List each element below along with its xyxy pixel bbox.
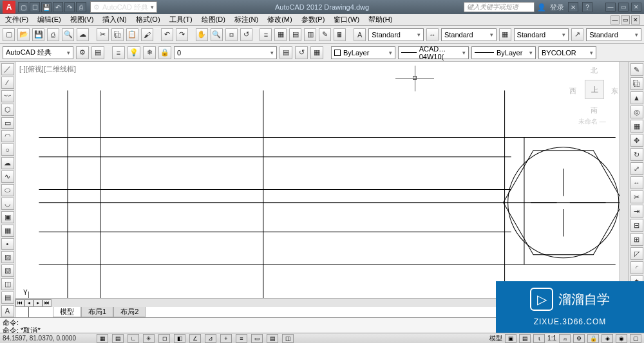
help-icon[interactable]: ? [582,2,592,12]
zoom-prev-icon[interactable]: ↺ [240,28,252,41]
menu-help[interactable]: 帮助(H) [368,15,392,24]
ellipse-icon[interactable]: ⬭ [1,184,14,196]
tab-first-icon[interactable]: ⏮ [15,299,24,307]
viewcube[interactable]: 北 南 西 东 上 未命名 — [568,66,620,130]
workspace-dropdown[interactable]: AutoCAD 经典▾ [3,46,73,59]
workspace-selector-title[interactable]: ⚙ AutoCAD 经典 ▾ [90,1,157,13]
zoom-realtime-icon[interactable]: 🔍 [211,28,223,41]
revcloud-icon[interactable]: ☁ [1,157,14,169]
cut-icon[interactable]: ✂ [97,28,109,41]
menu-tools[interactable]: 工具(T) [169,15,193,24]
lineweight-dropdown[interactable]: ByLayer▾ [471,46,536,59]
minimize-button[interactable]: — [605,3,616,12]
osnap-toggle[interactable]: ◻ [158,334,170,343]
annoscale-icon[interactable]: ⍳ [533,334,545,343]
exchange-icon[interactable]: ✕ [568,2,578,12]
rotate-icon[interactable]: ↻ [630,148,643,161]
offset-icon[interactable]: ◎ [630,106,643,118]
model-space-label[interactable]: 模型 [489,334,502,343]
new-icon[interactable]: ▢ [3,28,15,41]
mleaderstyle-dropdown[interactable]: Standard▾ [586,28,641,41]
gradient-icon[interactable]: ▧ [1,264,14,277]
viewcube-north[interactable]: 北 [591,66,598,75]
layer-iso-icon[interactable]: ▦ [310,46,323,59]
textstyle-icon[interactable]: A [354,28,366,41]
preview-icon[interactable]: 🔍 [62,28,74,41]
hatch-icon[interactable]: ▨ [1,251,14,263]
dimstyle-dropdown[interactable]: Standard▾ [441,28,497,41]
3dosnap-toggle[interactable]: ◧ [174,334,185,343]
trim-icon[interactable]: ✂ [630,190,643,203]
scale-icon[interactable]: ⤢ [630,162,643,175]
break-icon[interactable]: ⊟ [630,219,643,232]
tab-layout1[interactable]: 布局1 [81,307,113,317]
ws-settings-icon[interactable]: ⚙ [76,46,89,59]
menu-param[interactable]: 参数(P) [301,15,325,24]
move-icon[interactable]: ✥ [630,134,643,147]
tablestyle-icon[interactable]: ▦ [499,28,511,41]
dyn-toggle[interactable]: + [220,334,232,343]
lock-ui-icon[interactable]: 🔒 [587,334,599,343]
isolate-icon[interactable]: ◉ [616,334,627,343]
color-dropdown[interactable]: ByLayer▾ [331,46,395,59]
stretch-icon[interactable]: ↔ [630,176,643,189]
line-icon[interactable]: ／ [1,63,14,75]
mtext-icon[interactable]: A [1,305,14,317]
viewcube-west[interactable]: 西 [569,86,576,96]
zoom-window-icon[interactable]: ⧈ [225,28,238,41]
otrack-toggle[interactable]: ∠ [189,334,201,343]
menu-insert[interactable]: 插入(N) [102,15,126,24]
layer-prop-icon[interactable]: ≡ [112,46,125,59]
new-icon[interactable]: ▢ [18,2,28,12]
polygon-icon[interactable]: ⬡ [1,104,14,116]
layer-on-icon[interactable]: 💡 [128,46,140,59]
sheetset-icon[interactable]: ▥ [304,28,316,41]
fillet-icon[interactable]: ◜ [630,261,643,274]
menu-draw[interactable]: 绘图(D) [202,15,225,24]
tab-model[interactable]: 模型 [53,307,81,317]
save-icon[interactable]: 💾 [32,28,44,41]
calc-icon[interactable]: 🖩 [334,28,346,41]
doc-restore[interactable]: ▭ [621,15,630,24]
viewcube-wcs[interactable]: 未命名 — [578,117,606,126]
lwt-toggle[interactable]: ≡ [236,334,247,343]
arc-icon[interactable]: ◠ [1,130,14,142]
sb-layout-icon[interactable]: ▣ [505,334,516,343]
menu-dim[interactable]: 标注(N) [234,15,258,24]
textstyle-dropdown[interactable]: Standard▾ [368,28,424,41]
region-icon[interactable]: ◫ [1,278,14,290]
layer-lock-icon[interactable]: 🔒 [158,46,171,59]
menu-view[interactable]: 视图(V) [70,15,94,24]
viewcube-south[interactable]: 南 [591,106,598,115]
extend-icon[interactable]: ⇥ [630,205,643,218]
close-button[interactable]: ✕ [631,3,641,12]
sc-toggle[interactable]: ◫ [282,334,294,343]
rect-icon[interactable]: ▭ [1,117,14,129]
cleanscreen-icon[interactable]: ▢ [630,334,641,343]
app-logo[interactable]: A [3,1,15,14]
doc-minimize[interactable]: — [611,15,620,24]
redo-icon[interactable]: ↷ [176,28,188,41]
search-input[interactable]: 键入关键字或短语 [464,2,535,12]
markup-icon[interactable]: ✎ [319,28,331,41]
drawing-canvas[interactable]: [-][俯视][二维线框] 北 [15,62,629,317]
vertical-scrollbar[interactable] [620,62,629,298]
layer-dropdown[interactable]: 0▾ [174,46,277,59]
circle-icon[interactable]: ○ [1,144,14,156]
tablestyle-dropdown[interactable]: Standard▾ [514,28,569,41]
copy-icon[interactable]: ⿻ [111,28,124,41]
viewcube-top[interactable]: 上 [585,80,604,99]
array-icon[interactable]: ▦ [630,120,643,133]
table-icon[interactable]: ▤ [1,292,14,304]
hw-accel-icon[interactable]: ◈ [601,334,613,343]
open-icon[interactable]: 📂 [17,28,30,41]
login-link[interactable]: 登录 [550,3,564,12]
toolpalette-icon[interactable]: ▤ [289,28,301,41]
menu-edit[interactable]: 编辑(E) [37,15,61,24]
insert-icon[interactable]: ▣ [1,211,14,223]
polar-toggle[interactable]: ✳ [143,334,155,343]
join-icon[interactable]: ⊞ [630,233,643,246]
print-icon[interactable]: ⎙ [76,2,86,12]
xline-icon[interactable]: ∕ [1,77,14,89]
copy2-icon[interactable]: ⿻ [630,77,643,90]
